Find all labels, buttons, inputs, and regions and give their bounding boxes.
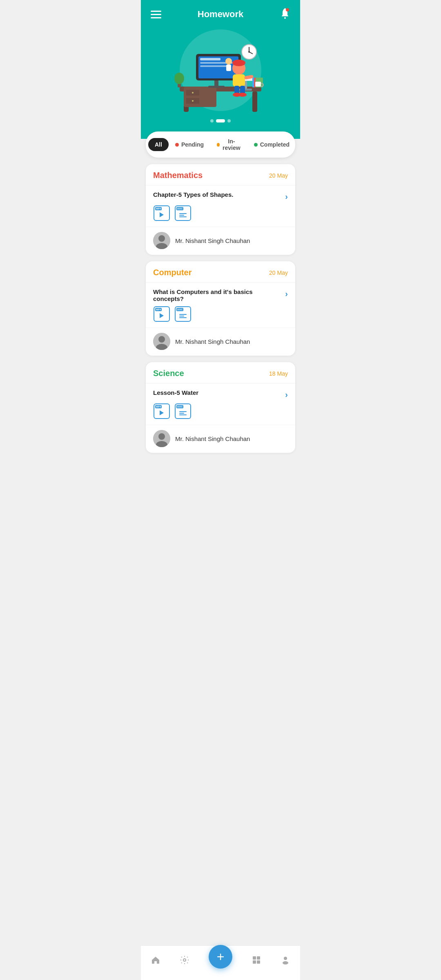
svg-rect-39 <box>255 82 261 87</box>
filter-inreview-label: In-review <box>222 138 241 151</box>
math-mp4-icon[interactable]: MP4 <box>153 205 170 221</box>
svg-point-20 <box>174 73 184 84</box>
svg-point-1 <box>286 8 289 11</box>
science-hw-item[interactable]: Lesson-5 Water › MP4 DOC <box>146 383 295 425</box>
filter-tabs: All Pending In-review Completed <box>146 131 295 158</box>
bell-icon[interactable] <box>280 7 290 21</box>
math-mp4-badge: MP4 <box>155 207 162 210</box>
svg-point-41 <box>158 235 165 242</box>
math-hw-icons: MP4 DOC <box>153 205 288 221</box>
math-hw-item[interactable]: Chapter-5 Types of Shapes. › MP4 DOC <box>146 185 295 227</box>
slide-dot-3[interactable] <box>227 119 231 122</box>
science-header: Science 18 May <box>146 362 295 383</box>
svg-rect-14 <box>200 58 220 60</box>
doc-line-5 <box>179 316 184 316</box>
math-play-icon <box>160 212 164 217</box>
computer-date: 20 May <box>269 270 288 276</box>
svg-point-0 <box>284 17 286 19</box>
science-mp4-icon[interactable]: MP4 <box>153 403 170 419</box>
science-hw-icons: MP4 DOC <box>153 403 288 419</box>
science-subject-name: Science <box>153 369 184 378</box>
math-card: Mathematics 20 May Chapter-5 Types of Sh… <box>146 164 295 255</box>
math-date: 20 May <box>269 172 288 179</box>
computer-doc-icon[interactable]: DOC <box>174 306 192 322</box>
svg-point-17 <box>225 58 232 65</box>
pending-dot <box>175 143 179 147</box>
svg-rect-5 <box>184 87 216 107</box>
content-area: Mathematics 20 May Chapter-5 Types of Sh… <box>141 158 300 500</box>
science-hw-title: Lesson-5 Water <box>153 389 285 396</box>
math-header: Mathematics 20 May <box>146 164 295 185</box>
computer-header: Computer 20 May <box>146 261 295 283</box>
math-teacher-row: Mr. Nishant Singh Chauhan <box>146 227 295 255</box>
math-title-row: Chapter-5 Types of Shapes. › <box>153 191 288 201</box>
science-teacher-name: Mr. Nishant Singh Chauhan <box>175 435 250 442</box>
inreview-dot <box>217 143 220 147</box>
computer-doc-lines <box>179 314 187 318</box>
doc-line-2 <box>179 215 184 216</box>
svg-rect-11 <box>208 86 225 88</box>
science-play-icon <box>160 410 164 415</box>
svg-point-9 <box>192 100 194 102</box>
science-chevron-icon[interactable]: › <box>285 390 288 399</box>
top-bar: Homework <box>141 0 300 25</box>
math-chevron-icon[interactable]: › <box>285 192 288 201</box>
doc-line-9 <box>179 414 187 415</box>
svg-rect-4 <box>252 91 257 112</box>
science-mp4-badge: MP4 <box>155 405 162 408</box>
science-doc-lines <box>179 411 187 415</box>
computer-card: Computer 20 May What is Computers and it… <box>146 261 295 356</box>
computer-teacher-row: Mr. Nishant Singh Chauhan <box>146 328 295 356</box>
science-doc-icon[interactable]: DOC <box>174 403 192 419</box>
math-hw-title: Chapter-5 Types of Shapes. <box>153 191 285 198</box>
svg-rect-16 <box>200 65 229 67</box>
computer-hw-item[interactable]: What is Computers and it's basics concep… <box>146 283 295 328</box>
science-title-row: Lesson-5 Water › <box>153 389 288 399</box>
svg-point-44 <box>158 336 165 343</box>
computer-doc-badge: DOC <box>176 308 183 311</box>
computer-title-row: What is Computers and it's basics concep… <box>153 288 288 302</box>
doc-line-1 <box>179 213 187 214</box>
computer-mp4-icon[interactable]: MP4 <box>153 306 170 322</box>
filter-inreview[interactable]: In-review <box>210 135 247 154</box>
computer-teacher-name: Mr. Nishant Singh Chauhan <box>175 338 250 345</box>
svg-rect-30 <box>233 74 245 87</box>
doc-line-3 <box>179 216 187 217</box>
math-doc-icon[interactable]: DOC <box>174 205 192 221</box>
filter-pending[interactable]: Pending <box>169 138 210 151</box>
svg-point-47 <box>158 433 165 440</box>
svg-point-35 <box>238 93 247 97</box>
math-teacher-name: Mr. Nishant Singh Chauhan <box>175 237 250 244</box>
filter-completed[interactable]: Completed <box>247 138 296 151</box>
science-doc-badge: DOC <box>176 405 183 408</box>
hamburger-icon[interactable] <box>151 11 161 18</box>
computer-teacher-avatar <box>153 333 170 350</box>
completed-dot <box>254 143 258 147</box>
math-subject-name: Mathematics <box>153 171 203 180</box>
science-teacher-row: Mr. Nishant Singh Chauhan <box>146 425 295 453</box>
computer-subject-name: Computer <box>153 268 192 277</box>
filter-all[interactable]: All <box>148 138 169 151</box>
science-teacher-avatar <box>153 430 170 447</box>
science-date: 18 May <box>269 370 288 377</box>
doc-line-4 <box>179 314 187 315</box>
computer-hw-icons: MP4 DOC <box>153 306 288 322</box>
hero-section: Homework <box>141 0 300 139</box>
computer-chevron-icon[interactable]: › <box>285 289 288 298</box>
doc-line-6 <box>179 317 187 318</box>
science-card: Science 18 May Lesson-5 Water › MP4 DOC <box>146 362 295 453</box>
computer-play-icon <box>160 313 164 318</box>
illustration <box>141 25 300 119</box>
slide-indicator <box>141 119 300 127</box>
computer-mp4-badge: MP4 <box>155 308 162 311</box>
filter-pending-label: Pending <box>181 141 204 148</box>
svg-rect-18 <box>226 65 231 71</box>
page-title: Homework <box>198 9 243 20</box>
svg-point-29 <box>232 60 245 66</box>
doc-line-8 <box>179 413 184 414</box>
slide-dot-1[interactable] <box>210 119 214 122</box>
doc-line-7 <box>179 411 187 412</box>
math-doc-lines <box>179 213 187 217</box>
slide-dot-2[interactable] <box>216 119 225 122</box>
filter-completed-label: Completed <box>260 141 290 148</box>
